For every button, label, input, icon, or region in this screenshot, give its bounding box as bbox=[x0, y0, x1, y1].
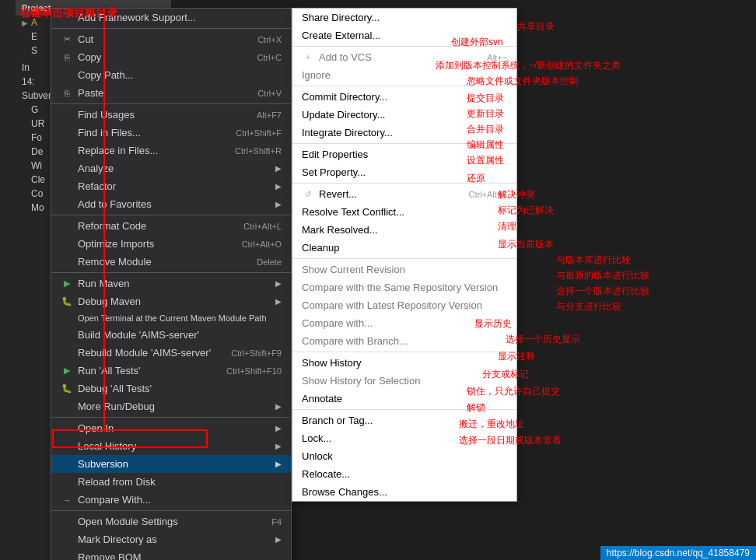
sec-label-create-external: Create External... bbox=[302, 30, 507, 41]
sec-menu-show-revision[interactable]: Show Current Revision bbox=[292, 261, 516, 278]
sec-label-add-vcs: Add to VCS bbox=[319, 51, 467, 63]
sec-label-edit-props: Edit Properties bbox=[302, 149, 507, 160]
menu-divider-3 bbox=[51, 215, 291, 215]
sec-menu-show-history[interactable]: Show History bbox=[292, 354, 516, 372]
menu-item-module-settings[interactable]: Open Module Settings F4 bbox=[51, 513, 291, 530]
menu-item-favorites[interactable]: Add to Favorites ▶ bbox=[51, 195, 291, 213]
menu-item-compare-with[interactable]: → Compare With... bbox=[51, 491, 291, 509]
menu-item-rebuild-module[interactable]: Rebuild Module 'AIMS-server' Ctrl+Shift+… bbox=[51, 344, 291, 362]
sec-label-annotate: Annotate bbox=[302, 393, 507, 404]
menu-item-copy-path[interactable]: Copy Path... bbox=[51, 66, 291, 84]
tree-item-label-g: G bbox=[31, 104, 38, 115]
menu-item-cut[interactable]: ✂ Cut Ctrl+X bbox=[51, 30, 291, 48]
menu-label-module-settings: Open Module Settings bbox=[78, 516, 251, 527]
sec-menu-integrate[interactable]: Integrate Directory... bbox=[292, 124, 516, 142]
menu-item-mark-dir[interactable]: Mark Directory as ▶ bbox=[51, 530, 291, 548]
sec-label-compare-latest: Compare with Latest Repository Version bbox=[302, 299, 507, 311]
menu-item-paste[interactable]: ⎘ Paste Ctrl+V bbox=[51, 84, 291, 102]
menu-item-copy[interactable]: ⎘ Copy Ctrl+C bbox=[51, 48, 291, 66]
sec-menu-browse-changes[interactable]: Browse Changes... bbox=[292, 483, 516, 501]
sec-menu-commit[interactable]: Commit Directory... bbox=[292, 88, 516, 106]
menu-icon-debug-tests: 🐛 bbox=[61, 383, 73, 394]
menu-item-remove-bom[interactable]: Remove BOM bbox=[51, 548, 291, 560]
sec-menu-lock[interactable]: Lock... bbox=[292, 429, 516, 447]
menu-item-optimize[interactable]: Optimize Imports Ctrl+Alt+O bbox=[51, 235, 291, 253]
sec-menu-annotate[interactable]: Annotate bbox=[292, 390, 516, 408]
sec-menu-cleanup[interactable]: Cleanup bbox=[292, 239, 516, 257]
sec-label-show-revision: Show Current Revision bbox=[302, 264, 507, 275]
sec-menu-relocate[interactable]: Relocate... bbox=[292, 465, 516, 483]
sec-label-compare-branch: Compare with Branch... bbox=[302, 335, 507, 347]
menu-item-subversion[interactable]: Subversion ▶ bbox=[51, 455, 291, 473]
menu-label-compare-with: Compare With... bbox=[78, 494, 282, 506]
sec-menu-history-selection[interactable]: Show History for Selection bbox=[292, 372, 516, 390]
menu-shortcut-copy: Ctrl+C bbox=[257, 53, 282, 62]
sec-menu-create-external[interactable]: Create External... bbox=[292, 26, 516, 44]
sec-divider-3 bbox=[292, 143, 516, 144]
tree-item-label-a: A bbox=[31, 17, 37, 28]
menu-item-open-in[interactable]: Open In ▶ bbox=[51, 419, 291, 437]
menu-item-run-maven[interactable]: ▶ Run Maven ▶ bbox=[51, 275, 291, 292]
sec-menu-mark-resolved[interactable]: Mark Resolved... bbox=[292, 221, 516, 239]
menu-item-debug-tests[interactable]: 🐛 Debug 'All Tests' bbox=[51, 380, 291, 397]
menu-item-more-run[interactable]: More Run/Debug ▶ bbox=[51, 397, 291, 415]
sec-menu-unlock[interactable]: Unlock bbox=[292, 447, 516, 465]
menu-item-debug-maven[interactable]: 🐛 Debug Maven ▶ bbox=[51, 292, 291, 310]
sec-menu-update[interactable]: Update Directory... bbox=[292, 106, 516, 124]
menu-divider-5 bbox=[51, 417, 291, 418]
menu-item-reload[interactable]: Reload from Disk bbox=[51, 473, 291, 491]
menu-label-favorites: Add to Favorites bbox=[78, 198, 271, 210]
menu-arrow-mark-dir: ▶ bbox=[275, 535, 282, 544]
tree-item-label-in: In bbox=[22, 62, 30, 73]
tree-item-label-co: Co bbox=[31, 188, 43, 199]
sec-menu-resolve-conflict[interactable]: Resolve Text Conflict... bbox=[292, 203, 516, 221]
menu-label-replace-files: Replace in Files... bbox=[78, 145, 215, 156]
menu-item-add-framework[interactable]: Add Framework Support... bbox=[51, 9, 291, 26]
sec-divider-7 bbox=[292, 409, 516, 410]
sec-menu-revert[interactable]: ↺ Revert... Ctrl+Alt+Z bbox=[292, 185, 516, 203]
menu-label-copy-path: Copy Path... bbox=[78, 69, 282, 81]
sec-label-update: Update Directory... bbox=[302, 109, 507, 121]
menu-shortcut-find-usages: Alt+F7 bbox=[257, 110, 282, 120]
sec-menu-compare-branch[interactable]: Compare with Branch... bbox=[292, 332, 516, 350]
sec-label-resolve-conflict: Resolve Text Conflict... bbox=[302, 206, 507, 218]
project-label: Project bbox=[22, 3, 51, 12]
menu-item-build-module[interactable]: Build Module 'AIMS-server' bbox=[51, 326, 291, 344]
tree-item-label-s: S bbox=[31, 45, 37, 56]
menu-shortcut-replace-files: Ctrl+Shift+R bbox=[235, 146, 282, 156]
menu-item-local-history[interactable]: Local History ▶ bbox=[51, 437, 291, 455]
tree-item-label-ur: UR bbox=[31, 118, 44, 129]
menu-arrow-open-in: ▶ bbox=[275, 424, 282, 432]
url-bar: https://blog.csdn.net/qq_41858479 bbox=[600, 546, 756, 560]
sec-menu-share-dir[interactable]: Share Directory... bbox=[292, 9, 516, 26]
sec-menu-ignore[interactable]: Ignore bbox=[292, 66, 516, 84]
menu-icon-copy: ⎘ bbox=[61, 53, 73, 62]
menu-item-reformat[interactable]: Reformat Code Ctrl+Alt+L bbox=[51, 217, 291, 235]
sec-menu-branch-tag[interactable]: Branch or Tag... bbox=[292, 411, 516, 429]
menu-shortcut-run-tests: Ctrl+Shift+F10 bbox=[226, 366, 282, 376]
left-sidebar bbox=[0, 0, 16, 560]
sec-shortcut-add-vcs: Alt+~ bbox=[487, 53, 507, 62]
menu-label-run-tests: Run 'All Tests' bbox=[78, 365, 206, 376]
menu-item-find-usages[interactable]: Find Usages Alt+F7 bbox=[51, 106, 291, 124]
menu-item-analyze[interactable]: Analyze ▶ bbox=[51, 159, 291, 177]
sec-divider-2 bbox=[292, 86, 516, 86]
menu-item-replace-files[interactable]: Replace in Files... Ctrl+Shift+R bbox=[51, 142, 291, 159]
menu-label-build-module: Build Module 'AIMS-server' bbox=[78, 329, 282, 341]
sec-divider-1 bbox=[292, 46, 516, 47]
sec-menu-set-prop[interactable]: Set Property... bbox=[292, 163, 516, 181]
menu-item-refactor[interactable]: Refactor ▶ bbox=[51, 177, 291, 195]
sec-menu-compare-with[interactable]: Compare with... bbox=[292, 314, 516, 332]
sec-menu-compare-latest[interactable]: Compare with Latest Repository Version bbox=[292, 296, 516, 314]
sec-menu-compare-same[interactable]: Compare with the Same Repository Version bbox=[292, 278, 516, 296]
menu-divider-1 bbox=[51, 28, 291, 29]
menu-item-find-files[interactable]: Find in Files... Ctrl+Shift+F bbox=[51, 124, 291, 142]
menu-item-open-terminal[interactable]: Open Terminal at the Current Maven Modul… bbox=[51, 310, 291, 326]
menu-icon-run-tests: ▶ bbox=[61, 366, 73, 376]
sec-menu-edit-props[interactable]: Edit Properties bbox=[292, 145, 516, 163]
menu-arrow-more-run: ▶ bbox=[275, 402, 282, 411]
menu-item-run-tests[interactable]: ▶ Run 'All Tests' Ctrl+Shift+F10 bbox=[51, 362, 291, 380]
menu-item-remove-module[interactable]: Remove Module Delete bbox=[51, 253, 291, 271]
sec-menu-add-vcs[interactable]: + Add to VCS Alt+~ bbox=[292, 48, 516, 66]
menu-shortcut-module-settings: F4 bbox=[271, 517, 282, 527]
